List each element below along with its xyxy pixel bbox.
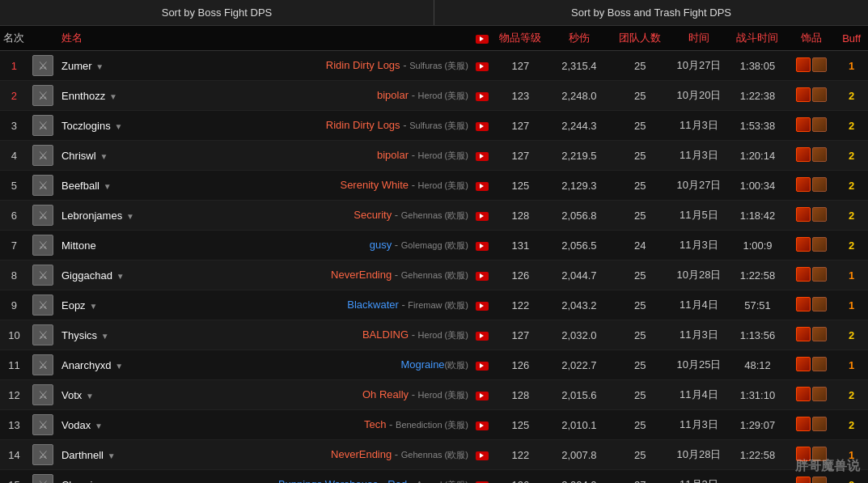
dropdown-arrow-icon[interactable]: ▼ [112,362,123,371]
cell-items [788,51,835,81]
cell-guild[interactable]: Blackwater - Firemaw (欧服) [246,290,472,320]
item-icon-2 [812,447,827,461]
dropdown-arrow-icon[interactable]: ▼ [87,302,98,311]
header-combat-time: 战斗时间 [727,26,788,51]
cell-name[interactable]: Votx ▼ [58,380,246,410]
cell-name[interactable]: Thysics ▼ [58,320,246,350]
cell-date: 10月25日 [671,350,727,380]
cell-size: 25 [610,320,671,350]
guild-name: BALDING [362,328,409,341]
cell-name[interactable]: Beefball ▼ [58,171,246,201]
cell-guild[interactable]: Oh Really - Herod (美服) [246,380,472,410]
youtube-icon[interactable] [476,272,489,281]
item-icons [796,57,827,72]
cell-name[interactable]: Darthnell ▼ [58,440,246,470]
cell-youtube [472,290,493,320]
header-ilvl: 物品等级 [492,26,548,51]
buff-value: 1 [849,269,854,282]
dropdown-arrow-icon[interactable]: ▼ [124,212,134,221]
cell-icon: ⚔ [28,470,58,484]
item-icons [796,267,827,282]
cell-name[interactable]: Ennthozz ▼ [58,81,246,111]
item-icons [796,327,827,341]
buff-value: 2 [849,120,854,132]
cell-youtube [472,350,493,380]
table-header: 名次 姓名 物品等级 秒伤 团队人数 时间 战斗时间 饰品 Buff [0,26,868,51]
sort-boss-trash-btn[interactable]: Sort by Boss and Trash Fight DPS [434,0,868,25]
youtube-icon[interactable] [476,212,489,221]
cell-dps: 2,032.0 [548,320,609,350]
table-row: 7⚔Mittonegusy - Golemagg (欧服)1312,056.52… [0,231,868,261]
cell-guild[interactable]: NeverEnding - Gehennas (欧服) [246,440,472,470]
youtube-icon[interactable] [476,242,489,251]
cell-name[interactable]: Giggachad ▼ [58,261,246,290]
youtube-icon[interactable] [476,302,489,311]
cell-icon: ⚔ [28,410,58,440]
sort-boss-btn[interactable]: Sort by Boss Fight DPS [0,0,434,25]
cell-guild[interactable]: Security - Gehennas (欧服) [246,201,472,231]
youtube-icon[interactable] [476,182,489,191]
youtube-icon[interactable] [476,62,489,71]
cell-name[interactable]: Chauri ▼ [58,470,246,484]
header-size: 团队人数 [610,26,671,51]
youtube-icon[interactable] [476,332,489,341]
cell-date: 10月27日 [671,51,727,81]
youtube-icon[interactable] [476,152,489,161]
buff-value: 1 [849,359,854,371]
cell-buff: 2 [835,171,868,201]
cell-name[interactable]: Anarchyxd ▼ [58,350,246,380]
dropdown-arrow-icon[interactable]: ▼ [114,272,125,281]
cell-name[interactable]: Lebronjames ▼ [58,201,246,231]
cell-guild[interactable]: Tech - Benediction (美服) [246,410,472,440]
cell-name[interactable]: Toczlogins ▼ [58,111,246,141]
guild-separator: - [392,448,401,460]
dropdown-arrow-icon[interactable]: ▼ [92,422,103,430]
dropdown-arrow-icon[interactable]: ▼ [83,392,94,400]
cell-guild[interactable]: gusy - Golemagg (欧服) [246,231,472,261]
cell-combat-time [727,470,788,484]
youtube-icon[interactable] [476,451,489,460]
cell-dps: 2,129.3 [548,171,609,201]
dropdown-arrow-icon[interactable]: ▼ [94,62,104,71]
cell-rank: 13 [0,410,28,440]
cell-combat-time: 1:00:34 [727,171,788,201]
cell-date: 10月28日 [671,440,727,470]
cell-guild[interactable]: bipolar - Herod (美服) [246,81,472,111]
cell-icon: ⚔ [28,320,58,350]
youtube-icon[interactable] [476,392,489,400]
cell-name[interactable]: Eopz ▼ [58,290,246,320]
cell-guild[interactable]: Ridin Dirty Logs - Sulfuras (美服) [246,111,472,141]
youtube-icon[interactable] [476,422,489,430]
youtube-icon[interactable] [476,122,489,131]
dropdown-arrow-icon[interactable]: ▼ [105,451,116,460]
cell-guild[interactable]: Serenity White - Herod (美服) [246,171,472,201]
cell-name[interactable]: Vodax ▼ [58,410,246,440]
item-icon-2 [812,297,827,311]
cell-guild[interactable]: NeverEnding - Gehennas (欧服) [246,261,472,290]
item-icons [796,447,827,461]
dropdown-arrow-icon[interactable]: ▼ [107,92,117,101]
cell-guild[interactable]: Mograine(欧服) [246,350,472,380]
youtube-icon[interactable] [476,92,489,101]
cell-guild[interactable]: Ridin Dirty Logs - Sulfuras (美服) [246,51,472,81]
cell-items [788,320,835,350]
server-tag: Gehennas (欧服) [401,450,468,460]
cell-size: 25 [610,201,671,231]
dropdown-arrow-icon[interactable]: ▼ [101,182,112,191]
character-icon: ⚔ [32,175,53,196]
table-row: 13⚔Vodax ▼Tech - Benediction (美服)1252,01… [0,410,868,440]
cell-name[interactable]: Mittone [58,231,246,261]
dropdown-arrow-icon[interactable]: ▼ [99,332,109,341]
dropdown-arrow-icon[interactable]: ▼ [112,122,123,131]
cell-guild[interactable]: bipolar - Herod (美服) [246,141,472,171]
cell-name[interactable]: Zumer ▼ [58,51,246,81]
youtube-icon[interactable] [476,362,489,371]
item-icon-2 [812,357,827,371]
cell-guild[interactable]: BALDING - Herod (美服) [246,320,472,350]
item-icons [796,387,827,401]
cell-name[interactable]: Chriswl ▼ [58,141,246,171]
guild-name: Bunnings Warehouse - Red [278,478,407,483]
cell-icon: ⚔ [28,440,58,470]
cell-guild[interactable]: Bunnings Warehouse - Red - Arugal (美服) [246,470,472,484]
dropdown-arrow-icon[interactable]: ▼ [98,152,108,161]
